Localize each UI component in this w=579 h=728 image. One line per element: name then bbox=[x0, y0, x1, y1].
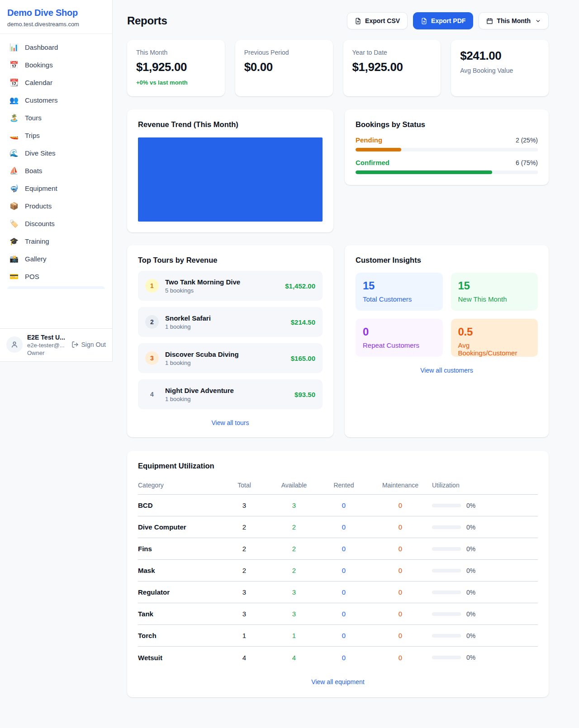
rank-badge: 1 bbox=[145, 279, 159, 293]
col-header-total: Total bbox=[219, 482, 269, 489]
period-label: This Month bbox=[497, 17, 531, 24]
sidebar-item-label: Training bbox=[25, 237, 49, 245]
table-row: Wetsuit 4 4 0 0 0% bbox=[138, 647, 538, 668]
calendar-icon: 📆 bbox=[9, 79, 19, 86]
equipment-rented: 0 bbox=[319, 567, 369, 574]
brand-name: Demo Dive Shop bbox=[7, 8, 105, 18]
sidebar-item-training[interactable]: 🎓 Training bbox=[4, 232, 109, 250]
tour-row-3[interactable]: 3 Discover Scuba Diving 1 booking $165.0… bbox=[138, 343, 323, 373]
status-count: 6 (75%) bbox=[516, 159, 538, 166]
export-pdf-label: Export PDF bbox=[431, 17, 465, 24]
utilization-percent: 0% bbox=[466, 610, 475, 618]
utilization-percent: 0% bbox=[466, 654, 475, 661]
calendar-date-icon: 📅 bbox=[9, 61, 19, 69]
top-tours-panel: Top Tours by Revenue 1 Two Tank Morning … bbox=[127, 245, 333, 437]
revenue-trend-bar bbox=[138, 137, 323, 222]
equipment-maintenance: 0 bbox=[369, 654, 432, 662]
file-download-icon bbox=[421, 18, 427, 24]
sidebar-item-label: Boats bbox=[25, 167, 42, 175]
equipment-category: Wetsuit bbox=[138, 654, 219, 662]
status-row-confirmed: Confirmed 6 (75%) bbox=[356, 159, 538, 174]
sidebar-item-products[interactable]: 📦 Products bbox=[4, 197, 109, 215]
sidebar-item-discounts[interactable]: 🏷️ Discounts bbox=[4, 215, 109, 232]
view-all-equipment-link[interactable]: View all equipment bbox=[138, 678, 538, 685]
period-dropdown[interactable]: This Month bbox=[479, 12, 549, 29]
equipment-rented: 0 bbox=[319, 501, 369, 509]
wave-icon: 🌊 bbox=[9, 150, 19, 157]
table-row: Mask 2 2 0 0 0% bbox=[138, 560, 538, 581]
view-all-tours-link[interactable]: View all tours bbox=[138, 419, 323, 426]
sidebar-item-pos[interactable]: 💳 POS bbox=[4, 268, 109, 285]
insight-tile-repeat-customers: 0 Repeat Customers bbox=[356, 319, 443, 357]
stat-label: Avg Booking Value bbox=[460, 67, 540, 74]
equipment-rented: 0 bbox=[319, 610, 369, 618]
stat-value: $0.00 bbox=[244, 60, 324, 74]
equipment-available: 3 bbox=[269, 501, 319, 509]
panel-title: Revenue Trend (This Month) bbox=[138, 120, 323, 129]
col-header-available: Available bbox=[269, 482, 319, 489]
tour-revenue: $93.50 bbox=[294, 391, 315, 398]
utilization-bar bbox=[432, 612, 461, 616]
table-row: Fins 2 2 0 0 0% bbox=[138, 538, 538, 560]
utilization-bar bbox=[432, 591, 461, 594]
insight-label: Repeat Customers bbox=[363, 341, 436, 349]
insight-grid: 15 Total Customers 15 New This Month 0 R… bbox=[356, 273, 538, 357]
tour-bookings: 1 booking bbox=[165, 396, 234, 402]
sidebar-item-label: Customers bbox=[25, 96, 58, 104]
utilization-percent: 0% bbox=[466, 567, 475, 574]
sidebar-item-dive-sites[interactable]: 🌊 Dive Sites bbox=[4, 144, 109, 162]
equipment-total: 4 bbox=[219, 654, 269, 662]
sidebar-item-gallery[interactable]: 📸 Gallery bbox=[4, 250, 109, 268]
sidebar-item-customers[interactable]: 👥 Customers bbox=[4, 91, 109, 109]
stat-value: $1,925.00 bbox=[352, 60, 432, 74]
graduation-cap-icon: 🎓 bbox=[9, 238, 19, 245]
equipment-total: 1 bbox=[219, 632, 269, 639]
sidebar-item-reports-partial-highlight[interactable] bbox=[7, 286, 105, 289]
stat-label: This Month bbox=[136, 49, 216, 56]
sidebar-item-bookings[interactable]: 📅 Bookings bbox=[4, 56, 109, 74]
utilization-bar bbox=[432, 504, 461, 507]
tour-row-4[interactable]: 4 Night Dive Adventure 1 booking $93.50 bbox=[138, 379, 323, 409]
equipment-available: 2 bbox=[269, 567, 319, 574]
customer-insights-panel: Customer Insights 15 Total Customers 15 … bbox=[345, 245, 549, 437]
stat-card-avg-booking-value: $241.00 Avg Booking Value bbox=[451, 40, 549, 96]
dive-mask-icon: 🤿 bbox=[9, 185, 19, 192]
sidebar-item-label: Calendar bbox=[25, 79, 52, 86]
brand: Demo Dive Shop demo.test.divestreams.com bbox=[0, 0, 112, 34]
page-title: Reports bbox=[127, 14, 167, 27]
bookings-by-status-panel: Bookings by Status Pending 2 (25%) Confi… bbox=[345, 109, 549, 185]
export-pdf-button[interactable]: Export PDF bbox=[413, 12, 473, 29]
user-name: E2E Test U... bbox=[27, 334, 65, 341]
equipment-available: 1 bbox=[269, 632, 319, 639]
utilization-percent: 0% bbox=[466, 589, 475, 596]
export-csv-button[interactable]: Export CSV bbox=[347, 12, 408, 29]
sign-out-button[interactable]: Sign Out bbox=[71, 341, 106, 348]
sidebar-item-boats[interactable]: ⛵ Boats bbox=[4, 162, 109, 180]
sidebar-item-trips[interactable]: 🚤 Trips bbox=[4, 127, 109, 144]
stat-value: $1,925.00 bbox=[136, 60, 216, 74]
tour-row-2[interactable]: 2 Snorkel Safari 1 booking $214.50 bbox=[138, 307, 323, 337]
sidebar-item-dashboard[interactable]: 📊 Dashboard bbox=[4, 38, 109, 56]
avatar bbox=[6, 336, 23, 353]
equipment-total: 2 bbox=[219, 545, 269, 553]
tour-name: Night Dive Adventure bbox=[165, 387, 234, 394]
equipment-maintenance: 0 bbox=[369, 501, 432, 509]
file-download-icon bbox=[355, 18, 361, 24]
sidebar-item-equipment[interactable]: 🤿 Equipment bbox=[4, 180, 109, 197]
equipment-category: Dive Computer bbox=[138, 523, 219, 531]
main-content: Reports Export CSV Export PDF This Month… bbox=[127, 0, 549, 697]
equipment-rented: 0 bbox=[319, 588, 369, 596]
equipment-total: 3 bbox=[219, 501, 269, 509]
equipment-available: 2 bbox=[269, 545, 319, 553]
sidebar-item-tours[interactable]: 🏝️ Tours bbox=[4, 109, 109, 127]
equipment-rented: 0 bbox=[319, 523, 369, 531]
tour-row-1[interactable]: 1 Two Tank Morning Dive 5 bookings $1,45… bbox=[138, 271, 323, 301]
package-icon: 📦 bbox=[9, 203, 19, 210]
view-all-customers-link[interactable]: View all customers bbox=[356, 367, 538, 374]
col-header-utilization: Utilization bbox=[432, 482, 538, 489]
equipment-maintenance: 0 bbox=[369, 588, 432, 596]
progress-fill-confirmed bbox=[356, 170, 492, 174]
equipment-category: Tank bbox=[138, 610, 219, 618]
sidebar-item-calendar[interactable]: 📆 Calendar bbox=[4, 74, 109, 91]
header-actions: Export CSV Export PDF This Month bbox=[347, 12, 549, 29]
